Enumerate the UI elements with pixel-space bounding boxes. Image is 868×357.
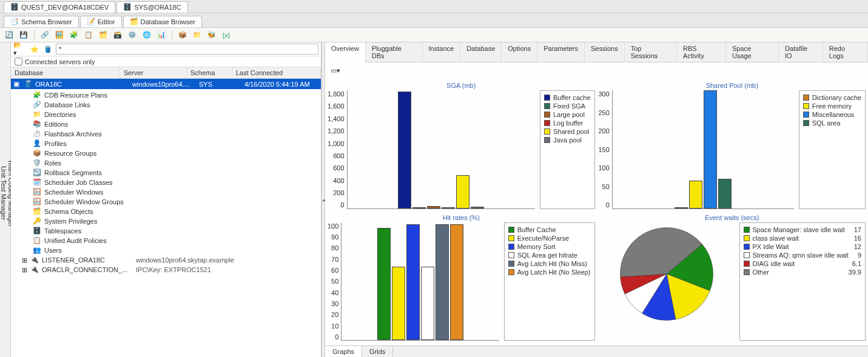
- rtab-sessions[interactable]: Sessions: [585, 42, 625, 62]
- legend-label: SQL area: [812, 119, 841, 127]
- conn-tab-0[interactable]: 🗄️ QUEST_DEV@ORA18CDEV: [4, 1, 115, 13]
- rtab-overview[interactable]: Overview: [325, 42, 366, 62]
- chart-icon[interactable]: 📊: [156, 30, 167, 41]
- tree-item-label: Rollback Segments: [44, 169, 102, 176]
- tool-5[interactable]: 🗂️: [98, 30, 109, 41]
- tree-item[interactable]: 🪟Scheduler Window Groups: [33, 197, 321, 207]
- filter-input[interactable]: [56, 44, 318, 55]
- conn-tab-1[interactable]: 🗄️ SYS@ORA18C: [116, 1, 187, 13]
- tree-item[interactable]: 🗄️Tablespaces: [33, 226, 321, 236]
- tree-item-label: Profiles: [44, 140, 67, 147]
- tool-3[interactable]: 🧩: [69, 30, 79, 41]
- tree-item[interactable]: 🪟Scheduler Windows: [33, 187, 321, 197]
- legend-swatch: [803, 95, 809, 101]
- tree-item[interactable]: ↩️Rollback Segments: [33, 168, 321, 178]
- dbbrowser-icon: 🗂️: [130, 18, 138, 26]
- tool-1[interactable]: 🔗: [39, 30, 50, 41]
- view-tab-editor[interactable]: 📝Editor: [80, 16, 122, 27]
- collapse-icon[interactable]: ▣: [13, 80, 22, 88]
- btab-grids[interactable]: Grids: [362, 346, 393, 357]
- rtab-datafile-io[interactable]: Datafile IO: [779, 42, 823, 62]
- rtab-top-sessions[interactable]: Top Sessions: [625, 42, 677, 62]
- listener-item[interactable]: ⊞🔌LISTENER_ORA18Cwindows10pro64.skytap.e…: [22, 255, 321, 265]
- db-icon: 🗄️: [10, 3, 19, 12]
- tree-item-icon: 🗂️: [33, 207, 41, 216]
- rtab-redo-logs[interactable]: Redo Logs: [823, 42, 868, 62]
- legend-swatch: [744, 252, 750, 258]
- listener-item[interactable]: ⊞🔌ORACLR_CONNECTION_...IPC\Key: EXTPROC1…: [22, 265, 321, 275]
- view-toggle-icon[interactable]: ▭▾: [330, 65, 341, 76]
- legend-swatch: [744, 244, 750, 250]
- legend-swatch: [544, 120, 550, 126]
- tool-7[interactable]: ⚙️: [127, 30, 138, 41]
- connected-only-row[interactable]: Connected servers only: [11, 56, 321, 67]
- tool-9[interactable]: 📦: [177, 30, 188, 41]
- rtab-rbs-activity[interactable]: RBS Activity: [677, 42, 726, 62]
- col-database[interactable]: Database: [11, 67, 120, 78]
- expand-icon[interactable]: ⊞: [22, 256, 27, 264]
- expand-icon[interactable]: ⊞: [22, 266, 27, 274]
- tree-item-label: Scheduler Windows: [44, 189, 103, 196]
- view-tab-schema-browser[interactable]: 📑Schema Browser: [4, 16, 79, 27]
- legend-label: class slave wait: [753, 235, 799, 242]
- col-schema[interactable]: Schema: [187, 67, 232, 78]
- schema-icon: 📑: [10, 18, 19, 26]
- tool-8[interactable]: 🌐: [141, 30, 152, 41]
- legend-swatch: [544, 137, 550, 143]
- legend-swatch: [744, 227, 750, 233]
- bar: [442, 207, 455, 209]
- tree-item[interactable]: 📦Resource Groups: [33, 148, 321, 158]
- tool-10[interactable]: 📁: [192, 30, 203, 41]
- tree-item[interactable]: 📚Editions: [33, 119, 321, 129]
- tree-item[interactable]: 👥Users: [33, 245, 321, 255]
- chart-1: Shared Pool (mb)300250200150100500Dictio…: [599, 82, 866, 210]
- tree-item-icon: 👤: [33, 139, 41, 148]
- bar: [450, 224, 463, 340]
- rtab-space-usage[interactable]: Space Usage: [726, 42, 779, 62]
- rail-unit-test[interactable]: Unit Test Manager: [0, 47, 7, 339]
- rtab-database[interactable]: Database: [460, 42, 502, 62]
- conn-tab-label: QUEST_DEV@ORA18CDEV: [21, 4, 109, 11]
- tool-11[interactable]: 🐝: [206, 30, 217, 41]
- tool-2[interactable]: 🖼️: [54, 30, 65, 41]
- db-tree: 🧩CDB Resource Plans🔗Database Links📁Direc…: [11, 89, 321, 276]
- col-server[interactable]: Server: [120, 67, 187, 78]
- listener-name: ORACLR_CONNECTION_...: [42, 266, 133, 273]
- rtab-parameters[interactable]: Parameters: [537, 42, 585, 62]
- tree-item-label: Scheduler Window Groups: [44, 198, 124, 205]
- tree-item-label: Flashback Archives: [44, 130, 102, 138]
- tree-item[interactable]: 👤Profiles: [33, 139, 321, 148]
- bottom-tabs: Graphs Grids: [325, 345, 868, 357]
- tree-item[interactable]: 🗓️Scheduler Job Classes: [33, 178, 321, 187]
- db-schema: SYS: [199, 81, 244, 88]
- tree-item[interactable]: 📁Directories: [33, 110, 321, 119]
- favorite-icon[interactable]: ⭐: [29, 44, 40, 55]
- db-small-icon[interactable]: 🛢️: [42, 44, 53, 55]
- rtab-options[interactable]: Options: [502, 42, 537, 62]
- tree-item[interactable]: 🔑System Privileges: [33, 216, 321, 226]
- rtab-instance[interactable]: Instance: [423, 42, 461, 62]
- tool-6[interactable]: 🗃️: [112, 30, 123, 41]
- legend-swatch: [803, 112, 809, 118]
- tree-item[interactable]: 🗂️Schema Objects: [33, 207, 321, 216]
- tree-item[interactable]: 🛡️Roles: [33, 158, 321, 168]
- tree-item[interactable]: 🔗Database Links: [33, 100, 321, 110]
- db-row-selected[interactable]: ▣ 🛢️ ORA18C windows10pro64.... SYS 4/16/…: [11, 79, 321, 89]
- save-button[interactable]: 💾: [18, 30, 29, 41]
- tree-item[interactable]: 📋Unified Audit Policies: [33, 236, 321, 245]
- rtab-pluggable-dbs[interactable]: Pluggable DBs: [366, 42, 423, 62]
- btab-graphs[interactable]: Graphs: [325, 346, 362, 357]
- col-last-connected[interactable]: Last Connected: [232, 67, 321, 78]
- bar: [392, 267, 405, 340]
- tree-item[interactable]: ⏱️Flashback Archives: [33, 129, 321, 139]
- tool-12[interactable]: {x}: [221, 30, 232, 41]
- view-tab-database-browser[interactable]: 🗂️Database Browser: [123, 16, 203, 27]
- folder-open-icon[interactable]: 📂▾: [13, 44, 24, 55]
- legend-value: 16: [848, 235, 861, 242]
- connected-only-checkbox[interactable]: [15, 58, 22, 65]
- legend-swatch: [544, 112, 550, 118]
- tool-4[interactable]: 📋: [83, 30, 94, 41]
- tree-item[interactable]: 🧩CDB Resource Plans: [33, 90, 321, 100]
- tree-item-icon: 📦: [33, 149, 41, 158]
- refresh-button[interactable]: 🔄: [4, 30, 15, 41]
